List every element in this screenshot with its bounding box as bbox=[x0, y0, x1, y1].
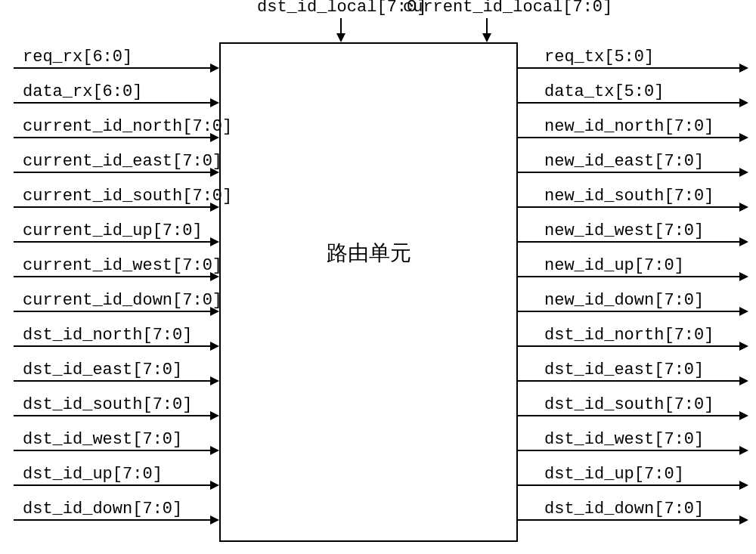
box-label: 路由单元 bbox=[221, 239, 516, 268]
arrow-head-right-icon bbox=[210, 63, 219, 73]
arrow-head-right-icon bbox=[739, 272, 748, 281]
arrow-head-right-icon bbox=[739, 342, 748, 351]
arrow-head-right-icon bbox=[739, 133, 748, 142]
left-input-label: dst_id_west[7:0] bbox=[23, 430, 182, 449]
arrow-line bbox=[14, 345, 212, 347]
arrow-head-right-icon bbox=[739, 446, 748, 455]
arrow-head-right-icon bbox=[739, 515, 748, 525]
arrow-line bbox=[518, 206, 741, 208]
left-input-label: current_id_south[7:0] bbox=[23, 187, 232, 206]
arrow-head-right-icon bbox=[210, 168, 219, 177]
arrow-line bbox=[518, 276, 741, 277]
arrow-line bbox=[518, 484, 741, 486]
arrow-line bbox=[14, 311, 212, 312]
arrow-head-right-icon bbox=[739, 237, 748, 246]
arrow-head-right-icon bbox=[210, 203, 219, 212]
right-output-label: new_id_east[7:0] bbox=[544, 152, 704, 171]
arrow-head-right-icon bbox=[210, 342, 219, 351]
left-input-label: data_rx[6:0] bbox=[23, 82, 142, 101]
arrow-head-right-icon bbox=[739, 98, 748, 107]
arrow-head-right-icon bbox=[739, 411, 748, 420]
arrow-line bbox=[518, 415, 741, 416]
arrow-head-right-icon bbox=[210, 307, 219, 316]
arrow-line bbox=[518, 102, 741, 104]
arrow-head-right-icon bbox=[210, 411, 219, 420]
left-input-label: dst_id_north[7:0] bbox=[23, 326, 192, 345]
arrow-line bbox=[14, 415, 212, 416]
arrow-line bbox=[14, 450, 212, 451]
right-output-label: new_id_west[7:0] bbox=[544, 221, 704, 240]
right-output-label: new_id_north[7:0] bbox=[544, 117, 714, 136]
right-output-label: dst_id_east[7:0] bbox=[544, 361, 704, 379]
right-output-label: new_id_up[7:0] bbox=[544, 256, 684, 275]
arrow-head-right-icon bbox=[210, 272, 219, 281]
arrow-line bbox=[518, 380, 741, 382]
arrow-head-right-icon bbox=[210, 446, 219, 455]
left-input-label: dst_id_down[7:0] bbox=[23, 500, 182, 518]
arrow-line bbox=[518, 450, 741, 451]
arrow-line-vertical bbox=[486, 18, 488, 35]
right-output-label: dst_id_up[7:0] bbox=[544, 465, 684, 484]
left-input-label: dst_id_up[7:0] bbox=[23, 465, 163, 484]
arrow-line bbox=[14, 380, 212, 382]
arrow-line bbox=[14, 102, 212, 104]
arrow-line bbox=[518, 137, 741, 138]
arrow-line bbox=[14, 172, 212, 173]
arrow-head-down-icon bbox=[482, 33, 491, 42]
right-output-label: new_id_south[7:0] bbox=[544, 187, 714, 206]
arrow-line bbox=[14, 519, 212, 521]
arrow-line bbox=[14, 137, 212, 138]
top-input-label: current_id_local[7:0] bbox=[403, 0, 612, 17]
left-input-label: req_rx[6:0] bbox=[23, 48, 132, 67]
arrow-head-right-icon bbox=[210, 237, 219, 246]
left-input-label: current_id_east[7:0] bbox=[23, 152, 222, 171]
right-output-label: data_tx[5:0] bbox=[544, 82, 664, 101]
arrow-head-down-icon bbox=[336, 33, 345, 42]
left-input-label: current_id_north[7:0] bbox=[23, 117, 232, 136]
left-input-label: dst_id_south[7:0] bbox=[23, 395, 192, 414]
arrow-line bbox=[14, 484, 212, 486]
arrow-line bbox=[14, 206, 212, 208]
arrow-head-right-icon bbox=[210, 481, 219, 490]
left-input-label: dst_id_east[7:0] bbox=[23, 361, 182, 379]
arrow-head-right-icon bbox=[210, 515, 219, 525]
arrow-line bbox=[518, 519, 741, 521]
arrow-head-right-icon bbox=[210, 133, 219, 142]
arrow-head-right-icon bbox=[739, 481, 748, 490]
right-output-label: req_tx[5:0] bbox=[544, 48, 654, 67]
right-output-label: dst_id_down[7:0] bbox=[544, 500, 704, 518]
arrow-head-right-icon bbox=[210, 98, 219, 107]
arrow-head-right-icon bbox=[210, 376, 219, 385]
left-input-label: current_id_west[7:0] bbox=[23, 256, 222, 275]
arrow-line bbox=[14, 276, 212, 277]
arrow-line bbox=[14, 241, 212, 243]
arrow-line bbox=[14, 67, 212, 69]
arrow-line bbox=[518, 172, 741, 173]
top-input-label: dst_id_local[7:0] bbox=[257, 0, 426, 17]
arrow-line bbox=[518, 345, 741, 347]
right-output-label: dst_id_west[7:0] bbox=[544, 430, 704, 449]
arrow-line bbox=[518, 311, 741, 312]
arrow-head-right-icon bbox=[739, 63, 748, 73]
right-output-label: dst_id_south[7:0] bbox=[544, 395, 714, 414]
arrow-head-right-icon bbox=[739, 307, 748, 316]
diagram-canvas: 路由单元 req_rx[6:0]data_rx[6:0]current_id_n… bbox=[0, 0, 756, 554]
arrow-head-right-icon bbox=[739, 203, 748, 212]
arrow-line-vertical bbox=[340, 18, 342, 35]
arrow-line bbox=[518, 67, 741, 69]
arrow-head-right-icon bbox=[739, 376, 748, 385]
router-unit-box: 路由单元 bbox=[219, 42, 518, 542]
left-input-label: current_id_down[7:0] bbox=[23, 291, 222, 310]
left-input-label: current_id_up[7:0] bbox=[23, 221, 203, 240]
arrow-head-right-icon bbox=[739, 168, 748, 177]
right-output-label: dst_id_north[7:0] bbox=[544, 326, 714, 345]
right-output-label: new_id_down[7:0] bbox=[544, 291, 704, 310]
arrow-line bbox=[518, 241, 741, 243]
